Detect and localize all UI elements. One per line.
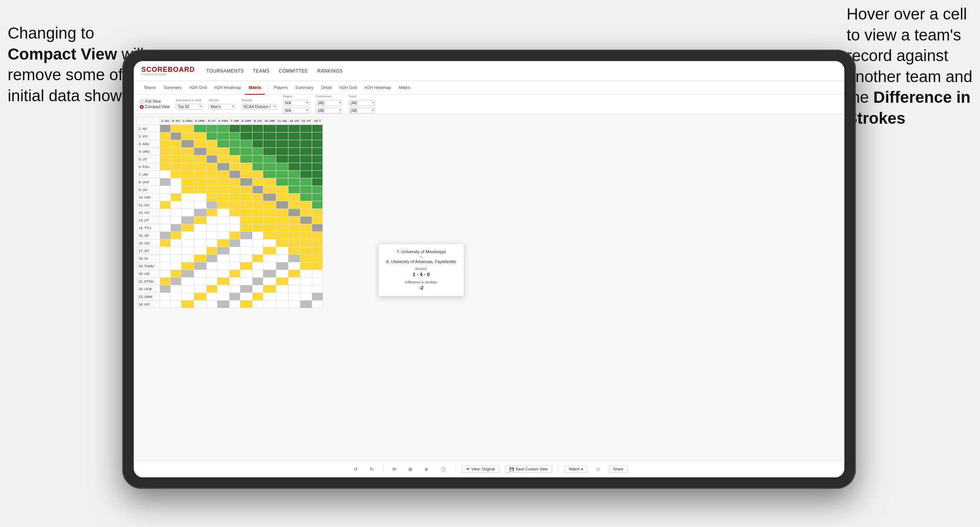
matrix-cell[interactable] <box>194 255 206 262</box>
region-select2[interactable]: N/A <box>283 108 309 113</box>
matrix-cell[interactable] <box>206 224 217 232</box>
matrix-cell[interactable] <box>160 217 171 224</box>
matrix-cell[interactable] <box>253 270 263 278</box>
matrix-cell[interactable] <box>300 163 312 171</box>
matrix-cell[interactable] <box>276 293 288 301</box>
matrix-cell[interactable] <box>181 163 194 171</box>
matrix-cell[interactable] <box>312 270 323 278</box>
matrix-cell[interactable] <box>181 125 194 133</box>
matrix-cell[interactable] <box>206 255 217 262</box>
tab-teams[interactable]: Teams <box>140 81 160 95</box>
matrix-cell[interactable] <box>300 301 312 308</box>
tab-h2h-heatmap[interactable]: H2H Heatmap <box>211 81 245 95</box>
matrix-cell[interactable] <box>276 217 288 224</box>
matrix-cell[interactable] <box>160 171 171 178</box>
matrix-cell[interactable] <box>312 163 323 171</box>
matrix-cell[interactable] <box>181 133 194 140</box>
matrix-cell[interactable] <box>276 262 288 270</box>
matrix-cell[interactable] <box>181 140 194 148</box>
tab-h2h-grid[interactable]: H2H Grid <box>185 81 211 95</box>
tab-players[interactable]: Players <box>270 81 292 95</box>
matrix-cell[interactable] <box>240 270 252 278</box>
matrix-cell[interactable] <box>160 247 171 255</box>
matrix-cell[interactable] <box>263 133 276 140</box>
matrix-cell[interactable] <box>263 148 276 155</box>
matrix-cell[interactable] <box>194 178 206 186</box>
matrix-cell[interactable] <box>229 148 240 155</box>
matrix-cell[interactable] <box>300 194 312 201</box>
matrix-cell[interactable] <box>217 178 229 186</box>
matrix-cell[interactable] <box>160 239 171 247</box>
matrix-cell[interactable] <box>206 140 217 148</box>
matrix-cell[interactable] <box>276 186 288 194</box>
compact-view-radio[interactable] <box>140 105 144 109</box>
matrix-cell[interactable] <box>194 239 206 247</box>
matrix-cell[interactable] <box>171 201 181 209</box>
matrix-cell[interactable] <box>300 285 312 293</box>
matrix-cell[interactable] <box>217 171 229 178</box>
matrix-cell[interactable] <box>194 262 206 270</box>
matrix-cell[interactable] <box>217 209 229 217</box>
matrix-cell[interactable] <box>171 140 181 148</box>
matrix-cell[interactable] <box>206 247 217 255</box>
matrix-cell[interactable] <box>160 301 171 308</box>
matrix-cell[interactable] <box>206 178 217 186</box>
matrix-cell[interactable] <box>276 232 288 239</box>
matrix-cell[interactable] <box>181 270 194 278</box>
matrix-cell[interactable] <box>206 217 217 224</box>
matrix-cell[interactable] <box>263 262 276 270</box>
matrix-cell[interactable] <box>300 148 312 155</box>
matrix-cell[interactable] <box>276 239 288 247</box>
matrix-cell[interactable] <box>276 255 288 262</box>
matrix-cell[interactable] <box>300 133 312 140</box>
matrix-cell[interactable] <box>288 262 300 270</box>
matrix-cell[interactable] <box>171 270 181 278</box>
matrix-cell[interactable] <box>217 224 229 232</box>
matrix-cell[interactable] <box>171 224 181 232</box>
matrix-cell[interactable] <box>263 239 276 247</box>
matrix-cell[interactable] <box>181 224 194 232</box>
matrix-cell[interactable] <box>171 178 181 186</box>
matrix-cell[interactable] <box>206 148 217 155</box>
matrix-cell[interactable] <box>253 224 263 232</box>
matrix-cell[interactable] <box>240 232 252 239</box>
matrix-cell[interactable] <box>217 201 229 209</box>
matrix-cell[interactable] <box>253 163 263 171</box>
matrix-cell[interactable] <box>312 217 323 224</box>
matrix-cell[interactable] <box>181 194 194 201</box>
matrix-cell[interactable] <box>181 262 194 270</box>
watch-button[interactable]: Watch ▾ <box>565 466 587 473</box>
matrix-cell[interactable] <box>253 140 263 148</box>
matrix-cell[interactable] <box>312 201 323 209</box>
matrix-cell[interactable] <box>253 217 263 224</box>
matrix-cell[interactable] <box>263 270 276 278</box>
matrix-cell[interactable] <box>300 278 312 285</box>
matrix-cell[interactable] <box>263 278 276 285</box>
matrix-cell[interactable] <box>229 285 240 293</box>
matrix-cell[interactable] <box>300 270 312 278</box>
matrix-cell[interactable] <box>288 201 300 209</box>
matrix-cell[interactable] <box>194 133 206 140</box>
matrix-cell[interactable] <box>160 224 171 232</box>
matrix-cell[interactable] <box>288 301 300 308</box>
matrix-cell[interactable] <box>240 278 252 285</box>
matrix-cell[interactable] <box>229 209 240 217</box>
nav-teams[interactable]: TEAMS <box>253 67 270 75</box>
matrix-cell[interactable] <box>288 285 300 293</box>
matrix-cell[interactable] <box>229 247 240 255</box>
matrix-cell[interactable] <box>206 155 217 163</box>
matrix-cell[interactable] <box>217 247 229 255</box>
matrix-cell[interactable] <box>253 293 263 301</box>
matrix-cell[interactable] <box>160 232 171 239</box>
matrix-cell[interactable] <box>253 278 263 285</box>
matrix-cell[interactable] <box>300 171 312 178</box>
matrix-cell[interactable] <box>312 224 323 232</box>
matrix-cell[interactable] <box>160 255 171 262</box>
conference-select2[interactable]: (All) <box>316 108 342 113</box>
matrix-cell[interactable] <box>288 278 300 285</box>
matrix-cell[interactable] <box>181 285 194 293</box>
matrix-cell[interactable] <box>276 301 288 308</box>
matrix-cell[interactable] <box>253 155 263 163</box>
matrix-cell[interactable] <box>181 255 194 262</box>
matrix-cell[interactable] <box>194 209 206 217</box>
